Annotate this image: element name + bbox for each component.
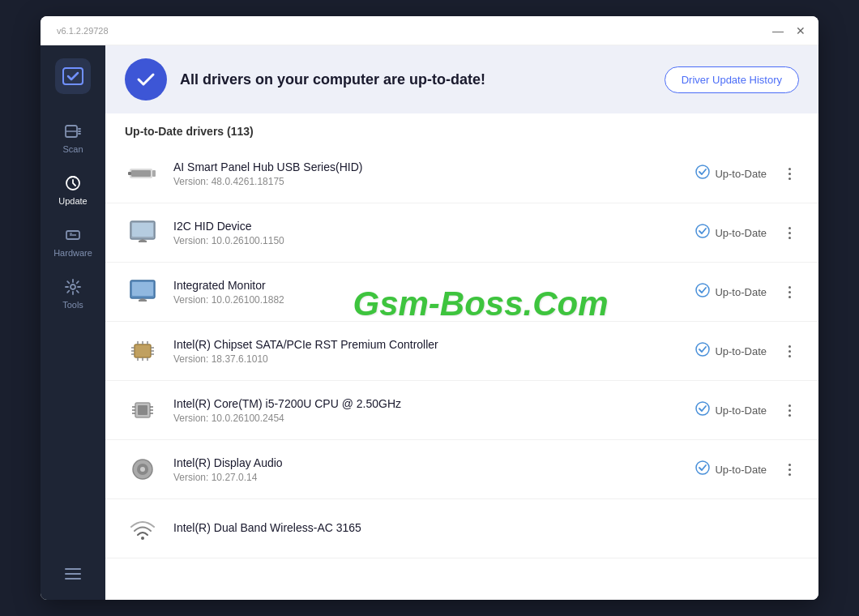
hardware-icon <box>63 225 83 245</box>
status-check-icon <box>695 224 710 242</box>
table-row: I2C HID Device Version: 10.0.26100.1150 … <box>105 203 818 263</box>
driver-status: Up-to-Date <box>669 342 767 360</box>
svg-point-7 <box>71 284 75 289</box>
driver-more-button[interactable] <box>780 401 799 420</box>
header-banner: All drivers on your computer are up-to-d… <box>105 45 818 113</box>
section-title: Up-to-Date drivers (113) <box>105 113 818 144</box>
table-row: AI Smart Panel Hub USB Series(HID) Versi… <box>105 144 818 203</box>
driver-name: Intel(R) Display Audio <box>173 456 656 469</box>
status-check-icon <box>695 283 710 301</box>
svg-rect-12 <box>131 170 151 177</box>
svg-rect-22 <box>135 344 151 357</box>
svg-point-48 <box>696 461 709 474</box>
version-label: v6.1.2.29728 <box>47 26 109 36</box>
main-area: Scan Update <box>41 45 818 600</box>
tools-label: Tools <box>62 300 83 310</box>
status-check-icon <box>695 165 710 182</box>
driver-more-button[interactable] <box>780 165 799 183</box>
driver-version: Version: 18.37.6.1010 <box>173 353 656 365</box>
update-label: Update <box>58 196 87 206</box>
table-row: Intel(R) Dual Band Wireless-AC 3165 <box>105 499 818 558</box>
scan-label: Scan <box>62 144 83 154</box>
status-text: Up-to-Date <box>715 286 767 298</box>
driver-more-button[interactable] <box>780 224 799 242</box>
status-text: Up-to-Date <box>715 464 767 476</box>
svg-point-47 <box>140 467 145 472</box>
table-row: Intel(R) Display Audio Version: 10.27.0.… <box>105 440 818 499</box>
driver-version: Version: 10.0.26100.1150 <box>173 235 656 246</box>
driver-name: AI Smart Panel Hub USB Series(HID) <box>173 160 656 173</box>
table-row: Intel(R) Chipset SATA/PCIe RST Premium C… <box>105 322 818 381</box>
svg-rect-20 <box>132 282 153 296</box>
driver-status: Up-to-Date <box>669 283 767 301</box>
driver-icon <box>125 333 160 369</box>
hardware-label: Hardware <box>53 248 92 258</box>
status-text: Up-to-Date <box>715 345 767 357</box>
svg-point-35 <box>696 343 709 356</box>
driver-name: I2C HID Device <box>173 220 656 233</box>
content-panel: All drivers on your computer are up-to-d… <box>105 45 818 600</box>
driver-info: Intel(R) Display Audio Version: 10.27.0.… <box>173 456 656 483</box>
header-message: All drivers on your computer are up-to-d… <box>180 71 652 88</box>
sidebar-item-hardware[interactable]: Hardware <box>41 217 105 266</box>
driver-status: Up-to-Date <box>669 224 767 242</box>
svg-point-15 <box>696 165 709 178</box>
tools-icon <box>63 277 83 297</box>
close-button[interactable]: ✕ <box>789 19 812 42</box>
status-check-icon <box>695 460 710 478</box>
check-circle-icon <box>125 58 167 101</box>
driver-status: Up-to-Date <box>669 460 767 478</box>
driver-version: Version: 10.0.26100.1882 <box>173 294 656 306</box>
app-window: v6.1.2.29728 — ✕ <box>41 16 818 600</box>
driver-name: Intel(R) Chipset SATA/PCIe RST Premium C… <box>173 338 656 351</box>
driver-status: Up-to-Date <box>669 165 767 182</box>
sidebar-item-tools[interactable]: Tools <box>41 269 105 318</box>
driver-name: Intel(R) Core(TM) i5-7200U CPU @ 2.50GHz <box>173 397 656 410</box>
driver-version: Version: 10.0.26100.2454 <box>173 413 656 424</box>
driver-more-button[interactable] <box>780 460 799 479</box>
driver-version: Version: 48.0.4261.18175 <box>173 176 656 187</box>
sidebar: Scan Update <box>41 45 105 600</box>
status-check-icon <box>695 342 710 360</box>
driver-info: Integrated Monitor Version: 10.0.26100.1… <box>173 279 656 306</box>
minimize-button[interactable]: — <box>767 19 789 42</box>
driver-icon <box>125 511 160 546</box>
svg-point-44 <box>696 402 709 415</box>
driver-icon <box>125 215 160 250</box>
driver-info: I2C HID Device Version: 10.0.26100.1150 <box>173 220 656 246</box>
driver-info: Intel(R) Chipset SATA/PCIe RST Premium C… <box>173 338 656 365</box>
driver-info: Intel(R) Core(TM) i5-7200U CPU @ 2.50GHz… <box>173 397 656 424</box>
svg-rect-17 <box>132 223 153 237</box>
svg-rect-0 <box>63 68 83 84</box>
driver-info: Intel(R) Dual Band Wireless-AC 3165 <box>173 521 689 537</box>
update-icon <box>63 173 83 193</box>
driver-icon <box>125 274 160 310</box>
svg-rect-37 <box>138 405 147 415</box>
sidebar-menu-button[interactable] <box>64 567 82 584</box>
driver-info: AI Smart Panel Hub USB Series(HID) Versi… <box>173 160 656 187</box>
driver-more-button[interactable] <box>780 283 799 302</box>
status-text: Up-to-Date <box>715 227 767 239</box>
driver-icon <box>125 451 160 487</box>
driver-name: Intel(R) Dual Band Wireless-AC 3165 <box>173 521 689 534</box>
table-row: Intel(R) Core(TM) i5-7200U CPU @ 2.50GHz… <box>105 381 818 440</box>
driver-update-history-button[interactable]: Driver Update History <box>665 66 799 93</box>
sidebar-item-update[interactable]: Update <box>41 165 105 214</box>
status-text: Up-to-Date <box>715 404 767 417</box>
driver-status: Up-to-Date <box>669 401 767 419</box>
svg-point-49 <box>141 537 144 540</box>
driver-more-button[interactable] <box>780 342 799 361</box>
scan-icon <box>63 122 83 141</box>
sidebar-item-scan[interactable]: Scan <box>41 113 105 162</box>
driver-name: Integrated Monitor <box>173 279 656 292</box>
title-bar: v6.1.2.29728 — ✕ <box>41 16 818 45</box>
app-logo[interactable] <box>55 58 91 94</box>
table-row: Integrated Monitor Version: 10.0.26100.1… <box>105 263 818 322</box>
svg-rect-14 <box>128 172 131 175</box>
status-check-icon <box>695 401 710 419</box>
driver-version: Version: 10.27.0.14 <box>173 472 656 483</box>
driver-icon <box>125 156 160 191</box>
status-text: Up-to-Date <box>715 168 767 180</box>
driver-list: AI Smart Panel Hub USB Series(HID) Versi… <box>105 144 818 600</box>
driver-icon <box>125 392 160 428</box>
